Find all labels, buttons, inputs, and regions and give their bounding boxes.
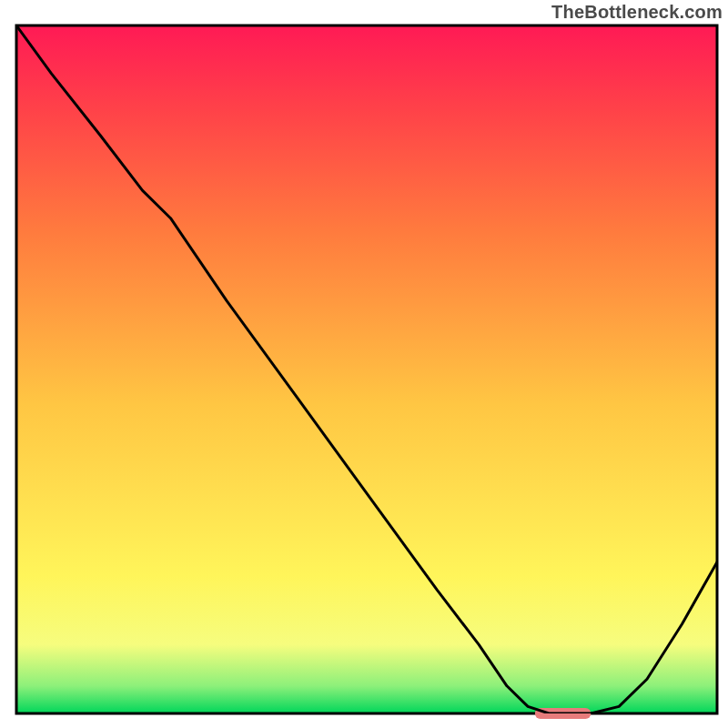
bottleneck-chart <box>0 0 728 728</box>
gradient-background <box>16 25 717 713</box>
watermark-text: TheBottleneck.com <box>551 2 723 23</box>
chart-root: TheBottleneck.com <box>0 0 728 728</box>
